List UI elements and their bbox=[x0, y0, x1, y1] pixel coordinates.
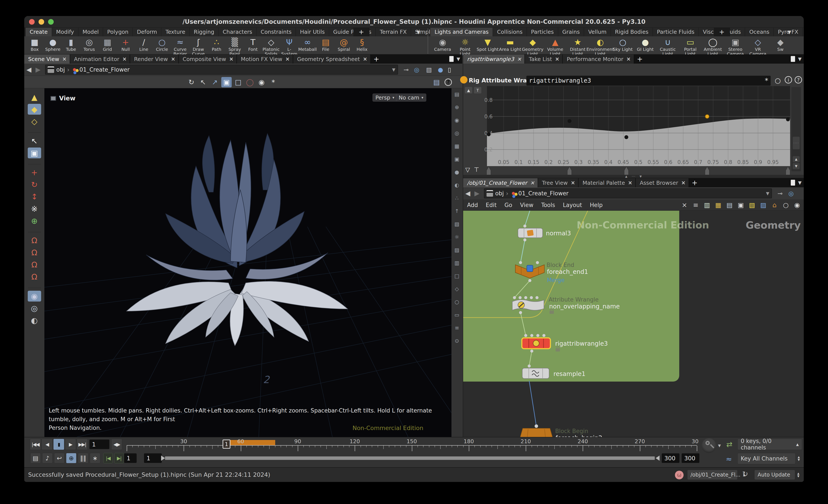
shadows-icon[interactable]: ▨ bbox=[453, 246, 461, 254]
shelf-tool[interactable]: ◆ Geometry Light bbox=[522, 37, 544, 56]
transform-tool-icon[interactable]: ↗ bbox=[210, 77, 220, 87]
shelf-tab[interactable]: Characters bbox=[218, 28, 256, 36]
shelf-tool[interactable]: @ Spiral bbox=[335, 37, 353, 56]
add-shelf-tab-button[interactable]: + bbox=[354, 28, 369, 36]
shelf-tab[interactable]: Texture bbox=[161, 28, 190, 36]
pane-tab[interactable]: Asset Browser × bbox=[636, 178, 689, 187]
close-tab-icon[interactable]: × bbox=[122, 56, 127, 62]
shelf-tool[interactable]: ■ Box bbox=[26, 37, 44, 56]
normals-display-icon[interactable]: ↑ bbox=[453, 208, 461, 215]
shelf-tab[interactable]: Lights and Cameras bbox=[430, 28, 493, 36]
menu-item[interactable]: Tools bbox=[537, 202, 559, 208]
node-name-label[interactable]: rigattribwrangle3 bbox=[555, 340, 608, 347]
shelf-tool[interactable]: ● GI Light bbox=[634, 37, 657, 56]
scene-viewport[interactable]: View Persp▾ No cam▾ 2 Left mouse tumbles… bbox=[44, 88, 451, 437]
add-shelf-tab-button[interactable]: + bbox=[714, 28, 730, 36]
select-tool-icon[interactable]: ↖ bbox=[198, 77, 208, 87]
sphere-display-icon[interactable]: ● bbox=[438, 66, 443, 73]
pane-tab[interactable]: /obj/01_Create_Flower × bbox=[463, 178, 538, 187]
close-tab-icon[interactable]: × bbox=[681, 180, 686, 186]
close-tab-icon[interactable]: × bbox=[229, 56, 234, 62]
shelf-tool[interactable]: ▒ Spray Paint bbox=[225, 37, 244, 56]
audio-options-icon[interactable]: ♪ bbox=[42, 453, 53, 463]
shelf-tool[interactable]: ○ Circle bbox=[153, 37, 171, 56]
shelf-tool[interactable]: / Line bbox=[135, 37, 153, 56]
menu-item[interactable]: Go bbox=[501, 202, 516, 208]
new-pane-tab-button[interactable]: + bbox=[689, 178, 700, 187]
key-button[interactable] bbox=[702, 438, 716, 453]
key-all-channels-select[interactable]: Key All Channels bbox=[738, 453, 795, 464]
shelf-tool[interactable]: ○ Sky Light bbox=[612, 37, 634, 56]
shelf-tab[interactable]: Terrain FX bbox=[376, 28, 411, 36]
shelf-overflow-icon[interactable]: ▼ bbox=[417, 30, 420, 35]
shelf-tool[interactable]: ∪ Caustic Light bbox=[657, 37, 679, 56]
scroll-grip[interactable]: ···· bbox=[793, 137, 800, 149]
pane-tab[interactable]: Motion FX View × bbox=[237, 54, 293, 63]
close-tab-icon[interactable]: × bbox=[363, 56, 367, 62]
ramp-scrollbar[interactable]: ···· ▲ ▼ bbox=[791, 87, 801, 171]
keys-info-caret-icon[interactable]: ▲ bbox=[796, 442, 799, 447]
digital-asset-icon[interactable]: ⌂ bbox=[770, 200, 779, 210]
range-slider-right-handle[interactable] bbox=[656, 456, 660, 461]
close-tab-icon[interactable]: × bbox=[171, 56, 175, 62]
node-name-label[interactable]: normal3 bbox=[546, 230, 571, 237]
update-mode-spinner[interactable]: ▲▼ bbox=[797, 472, 799, 477]
network-canvas[interactable]: Non-Commercial Edition Geometry bbox=[463, 211, 804, 438]
pane-tab[interactable]: Composite View × bbox=[179, 54, 237, 63]
shelf-tab[interactable]: Constraints bbox=[257, 28, 296, 36]
shelf-tool[interactable]: ★ Distant Light bbox=[567, 37, 589, 56]
shelf-tool[interactable]: ● Sphere bbox=[44, 37, 62, 56]
playhead[interactable]: 1 bbox=[222, 440, 231, 449]
view-pivot-icon[interactable]: ◎ bbox=[453, 130, 461, 137]
find-icon[interactable]: ○ bbox=[781, 200, 790, 210]
shelf-tab[interactable]: Hair Utils bbox=[296, 28, 329, 36]
pane-dropdown-icon[interactable]: ▼ bbox=[457, 56, 460, 62]
view-tool-icon[interactable]: ↻ bbox=[186, 77, 197, 87]
shelf-tab[interactable]: Deform bbox=[133, 28, 161, 36]
next-key-button[interactable]: ▶| bbox=[114, 453, 124, 463]
sync-icon[interactable]: ⇄ bbox=[726, 440, 733, 449]
menu-item[interactable]: View bbox=[516, 202, 537, 208]
context-path-field[interactable]: /obj/01_Create_Fl... ▲ bbox=[687, 470, 738, 480]
sticky-note-icon[interactable]: ▧ bbox=[747, 200, 756, 210]
shelf-tab[interactable]: Particles bbox=[527, 28, 558, 36]
camera-select-button[interactable]: No cam▾ bbox=[396, 93, 426, 102]
ramp-pin-icon[interactable]: ⊤ bbox=[474, 166, 479, 173]
scrub-arrows-button[interactable]: ◀▶ bbox=[111, 439, 122, 450]
pane-tab[interactable]: Animation Editor × bbox=[70, 54, 130, 63]
range-start-field2[interactable]: 1 bbox=[144, 453, 162, 463]
shelf-tool[interactable]: ◎ Torus bbox=[80, 37, 98, 56]
pin-pane-icon[interactable]: ⊸ bbox=[404, 66, 409, 73]
shelf-tab[interactable]: Rigid Bodies bbox=[611, 28, 653, 36]
split-view-icon[interactable]: ▤ bbox=[431, 77, 442, 87]
path-context[interactable]: obj bbox=[56, 66, 65, 73]
scene-path-field[interactable]: obj › 01_Create_Flower ▼ bbox=[45, 65, 398, 75]
background-image-icon[interactable]: ▨ bbox=[759, 200, 768, 210]
path-node[interactable]: 01_Create_Flower bbox=[519, 190, 569, 197]
pin-pane-icon[interactable]: ⊸ bbox=[778, 190, 783, 197]
shelf-tab[interactable]: Model bbox=[78, 28, 103, 36]
range-slider[interactable] bbox=[165, 456, 655, 460]
close-tab-icon[interactable]: × bbox=[63, 56, 67, 62]
shelf-tool[interactable]: ▣ Stereo Camera bbox=[724, 37, 747, 56]
shelf-tool[interactable]: ▼ Spot Light bbox=[477, 37, 499, 56]
shelf-tool[interactable]: Ψ L-System bbox=[280, 37, 298, 56]
channels-wave-icon[interactable]: ≈ bbox=[726, 455, 732, 463]
jump-to-end-button[interactable]: ▶▶| bbox=[77, 439, 88, 450]
shelf-tab[interactable]: Rigging bbox=[190, 28, 219, 36]
node-name-label[interactable]: resample1 bbox=[553, 370, 585, 377]
pane-tab[interactable]: Tree View × bbox=[538, 178, 579, 187]
keyframe-options-icon[interactable]: ∗ bbox=[90, 453, 100, 463]
network-path-field[interactable]: obj › 01_Create_Flower ▼ bbox=[484, 188, 772, 198]
ramp-editor[interactable]: 0.20.40.60.80.050.10.150.20.250.30.350.4… bbox=[463, 54, 804, 178]
range-slider-left-handle[interactable] bbox=[161, 456, 165, 461]
step-back-button[interactable]: ◀ bbox=[42, 439, 53, 450]
shelf-tool[interactable]: ◐ Environment Light bbox=[589, 37, 612, 56]
shaded-display-icon[interactable]: ▣ bbox=[453, 156, 461, 163]
snapshot-icon[interactable]: ⊙ bbox=[453, 337, 461, 345]
update-mode-select[interactable]: Auto Update bbox=[754, 470, 795, 480]
pane-divider[interactable]: ▲····▼ bbox=[463, 175, 804, 178]
background-icon[interactable]: □ bbox=[453, 273, 461, 279]
menu-item[interactable]: Add bbox=[463, 202, 482, 208]
shelf-tool[interactable]: ≈ Curve Bezier bbox=[171, 37, 189, 56]
